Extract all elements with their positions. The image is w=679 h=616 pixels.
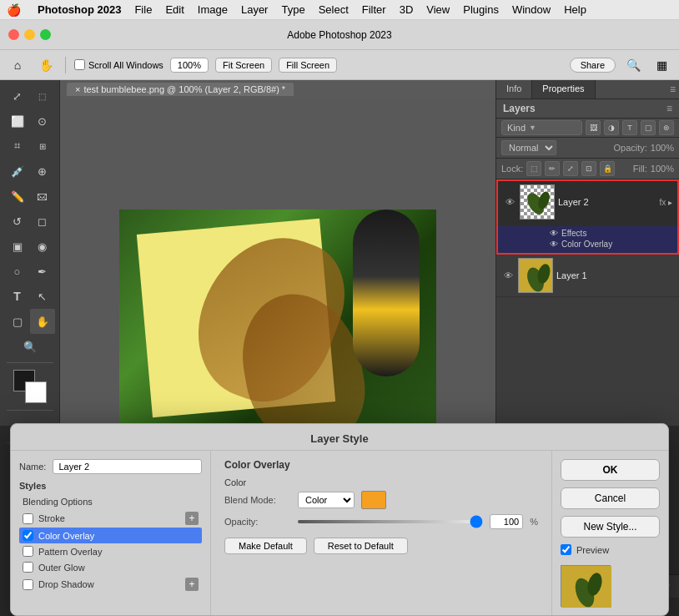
smart-filter-btn[interactable]: ⊛ [659,120,674,135]
make-default-button[interactable]: Make Default [224,538,307,554]
clone-stamp-tool[interactable]: 🖂 [30,184,55,209]
layer-2-visibility[interactable]: 👁 [503,195,516,209]
color-overlay-swatch[interactable] [361,491,386,509]
rectangle-shape-tool[interactable]: ▢ [5,309,30,334]
eyedropper-tool[interactable]: 💉 [5,159,30,184]
stroke-check[interactable] [23,513,33,524]
opacity-value: 100% [651,143,674,153]
gradient-tool[interactable]: ▣ [5,234,30,259]
new-style-button[interactable]: New Style... [561,516,660,538]
blend-mode-select[interactable]: Normal [501,140,556,155]
tab-properties[interactable]: Properties [532,80,595,98]
menu-layer[interactable]: Layer [241,3,269,16]
stroke-item[interactable]: Stroke + [19,509,202,528]
zoom-tool[interactable]: 🔍 [18,334,43,359]
zoom-level-btn[interactable]: 100% [170,58,209,73]
ok-button[interactable]: OK [561,459,660,481]
blending-options-item[interactable]: Blending Options [19,494,202,509]
history-brush-tool[interactable]: ↺ [5,209,30,234]
lock-image-btn[interactable]: ✏ [545,161,560,176]
home-icon[interactable]: ⌂ [7,54,28,76]
apple-icon[interactable]: 🍎 [7,3,21,17]
scroll-all-windows-check[interactable] [74,59,85,70]
document-tab[interactable]: × test bumblebee.png @ 100% (Layer 2, RG… [67,83,294,96]
color-overlay-blend-mode-select[interactable]: Color Normal Multiply [298,492,355,508]
minimize-button[interactable] [24,29,35,40]
menu-edit[interactable]: Edit [165,3,184,16]
search-icon[interactable]: 🔍 [622,54,644,76]
pen-tool[interactable]: ✒ [30,259,55,284]
outer-glow-item[interactable]: Outer Glow [19,559,202,575]
panels-icon[interactable]: ▦ [651,54,672,76]
background-color[interactable] [25,381,47,403]
menu-type[interactable]: Type [281,3,304,16]
spot-healing-tool[interactable]: ⊕ [30,159,55,184]
adjust-filter-btn[interactable]: ◑ [604,120,619,135]
menu-view[interactable]: View [426,3,450,16]
frame-tool[interactable]: ⊞ [30,134,55,159]
rectangular-marquee-tool[interactable]: ⬜ [5,109,30,134]
brush-tool[interactable]: ✏️ [5,184,30,209]
outer-glow-check[interactable] [23,562,33,573]
scroll-all-windows-checkbox[interactable]: Scroll All Windows [74,59,163,70]
crop-tool[interactable]: ⌗ [5,134,30,159]
move-tool[interactable]: ⤢ [5,83,30,109]
layer-name-input[interactable] [53,459,202,474]
tab-close-icon[interactable]: × [75,84,80,94]
fit-screen-btn[interactable]: Fit Screen [215,58,272,73]
hand-tool[interactable]: ✋ [30,309,55,334]
pattern-overlay-check[interactable] [23,546,33,557]
tab-info[interactable]: Info [496,80,532,98]
cancel-button[interactable]: Cancel [561,487,660,509]
hand-tool-icon[interactable]: ✋ [35,54,57,76]
layer-item-2[interactable]: 👁 Layer 2 fx ▸ 👁Effect [496,179,679,255]
eraser-tool[interactable]: ◻ [30,209,55,234]
type-tool[interactable]: T [5,284,30,309]
lock-artboard-btn[interactable]: ⊡ [581,161,596,176]
lock-position-btn[interactable]: ⤢ [563,161,578,176]
opacity-slider[interactable] [298,520,483,523]
blending-options-label: Blending Options [23,497,93,507]
panel-menu-icon[interactable]: ≡ [666,80,679,98]
menu-select[interactable]: Select [319,3,349,16]
type-filter-btn[interactable]: T [622,120,637,135]
opacity-input[interactable] [490,514,523,529]
menu-window[interactable]: Window [512,3,551,16]
layer-2-fx[interactable]: fx ▸ [659,198,672,207]
shape-filter-btn[interactable]: ▢ [641,120,656,135]
menu-plugins[interactable]: Plugins [463,3,499,16]
menu-file[interactable]: File [134,3,152,16]
kind-filter[interactable]: Kind ▼ [501,120,582,135]
color-overlay-item[interactable]: Color Overlay [19,528,202,543]
path-selection-tool[interactable]: ↖ [30,284,55,309]
blur-tool[interactable]: ◉ [30,234,55,259]
drop-shadow-check[interactable] [23,579,33,590]
layer-item-1[interactable]: 👁 Layer 1 [496,255,679,297]
close-button[interactable] [8,29,19,40]
layer-1-visibility[interactable]: 👁 [501,269,515,282]
lock-all-btn[interactable]: 🔒 [600,161,615,176]
color-overlay-effect[interactable]: 👁Color Overlay [550,239,672,250]
maximize-button[interactable] [40,29,51,40]
drop-shadow-item[interactable]: Drop Shadow + [19,575,202,593]
dialog-left-panel: Name: Styles Blending Options Stroke + [11,451,211,615]
share-button[interactable]: Share [570,58,616,73]
menu-filter[interactable]: Filter [362,3,386,16]
menu-3d[interactable]: 3D [400,3,414,16]
menu-help[interactable]: Help [564,3,586,16]
color-overlay-check[interactable] [23,530,33,541]
preview-checkbox[interactable] [561,544,571,555]
fill-screen-btn[interactable]: Fill Screen [279,58,337,73]
stroke-add-btn[interactable]: + [185,512,199,525]
pattern-overlay-item[interactable]: Pattern Overlay [19,543,202,559]
lock-transparent-btn[interactable]: ⬚ [526,161,541,176]
layers-menu-icon[interactable]: ≡ [666,103,672,114]
artboard-tool[interactable]: ⬚ [30,83,55,109]
lasso-tool[interactable]: ⊙ [30,109,55,134]
reset-to-default-button[interactable]: Reset to Default [314,538,408,554]
dodge-tool[interactable]: ○ [5,259,30,284]
kind-dropdown-icon[interactable]: ▼ [529,124,536,132]
pixel-filter-btn[interactable]: 🖼 [586,120,601,135]
menu-image[interactable]: Image [198,3,228,16]
drop-shadow-add-btn[interactable]: + [185,578,199,591]
